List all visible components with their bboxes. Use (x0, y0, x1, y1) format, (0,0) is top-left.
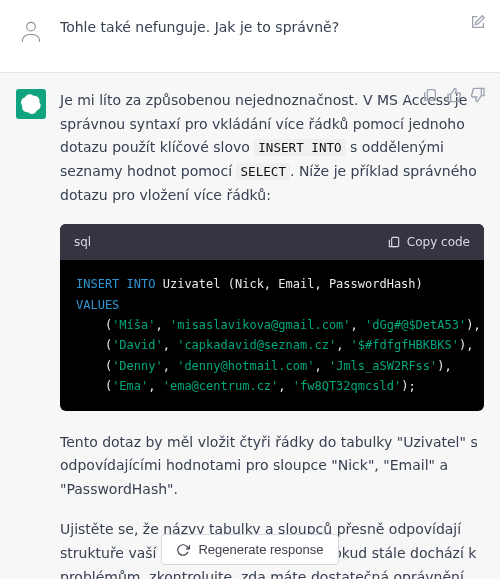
sql-punc: , (473, 318, 480, 332)
sql-string: '$#fdfgfHBKBKS' (351, 338, 459, 352)
sql-punc: ; (408, 379, 415, 393)
sql-ident: Uzivatel (Nick, Email, PasswordHash) (155, 277, 422, 291)
regenerate-label: Regenerate response (198, 542, 323, 557)
assistant-message: Je mi líto za způsobenou nejednoznačnost… (0, 72, 500, 579)
sql-string: 'misaslavikova@gmail.com' (170, 318, 351, 332)
sql-string: 'dGg#@$DetA53' (365, 318, 466, 332)
copy-icon[interactable] (422, 87, 438, 103)
sql-string: 'David' (112, 338, 163, 352)
sql-string: 'Jmls_aSW2RFss' (329, 359, 437, 373)
svg-rect-2 (427, 89, 435, 100)
code-content: INSERT INTO Uzivatel (Nick, Email, Passw… (60, 260, 484, 410)
sql-keyword: INSERT INTO (76, 277, 155, 291)
assistant-avatar (16, 89, 46, 119)
edit-icon[interactable] (470, 14, 486, 30)
code-lang: sql (74, 232, 91, 252)
copy-code-button[interactable]: Copy code (387, 232, 470, 252)
thumbs-down-icon[interactable] (470, 87, 486, 103)
user-text: Tohle také nefunguje. Jak je to správně? (60, 16, 484, 40)
assistant-paragraph: Tento dotaz by měl vložit čtyři řádky do… (60, 431, 484, 502)
assistant-intro: Je mi líto za způsobenou nejednoznačnost… (60, 89, 484, 208)
thumbs-up-icon[interactable] (446, 87, 462, 103)
inline-code: SELECT (236, 163, 290, 180)
clipboard-icon (387, 235, 401, 249)
sql-punc: , (445, 359, 452, 373)
user-message: Tohle také nefunguje. Jak je to správně? (0, 0, 500, 72)
svg-point-0 (27, 22, 36, 31)
sql-string: 'Denny' (112, 359, 163, 373)
regenerate-button[interactable]: Regenerate response (161, 534, 338, 565)
sql-keyword: VALUES (76, 298, 119, 312)
refresh-icon (176, 543, 190, 557)
svg-rect-1 (391, 237, 398, 246)
sql-string: 'capkadavid@seznam.cz' (177, 338, 336, 352)
sql-string: 'Ema' (112, 379, 148, 393)
sql-string: 'ema@centrum.cz' (163, 379, 279, 393)
sql-punc: , (466, 338, 473, 352)
inline-code: INSERT INTO (254, 139, 345, 156)
user-avatar (16, 16, 46, 46)
copy-code-label: Copy code (407, 232, 470, 252)
code-block: sql Copy code INSERT INTO Uzivatel (Nick… (60, 224, 484, 411)
sql-string: 'fw8QT32qmcsld' (293, 379, 401, 393)
sql-string: 'denny@hotmail.com' (177, 359, 314, 373)
sql-string: 'Míša' (112, 318, 155, 332)
